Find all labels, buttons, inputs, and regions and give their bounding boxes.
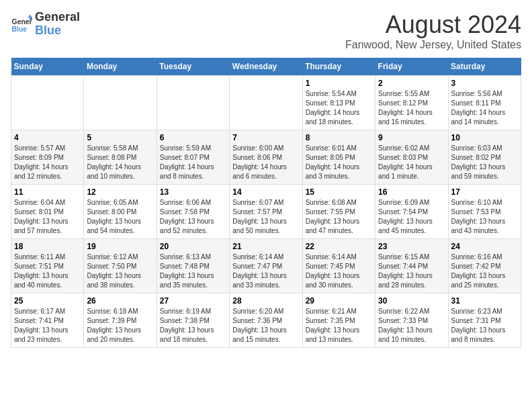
weekday-header-friday: Friday — [375, 58, 448, 76]
day-number: 8 — [306, 133, 372, 142]
day-number: 21 — [232, 242, 299, 251]
day-content: Sunrise: 6:02 AM Sunset: 8:03 PM Dayligh… — [378, 144, 445, 181]
day-content: Sunrise: 5:57 AM Sunset: 8:09 PM Dayligh… — [14, 144, 81, 181]
calendar-cell: 19Sunrise: 6:12 AM Sunset: 7:50 PM Dayli… — [84, 239, 157, 293]
day-number: 26 — [87, 296, 153, 306]
day-number: 2 — [378, 79, 445, 88]
day-number: 15 — [306, 187, 372, 197]
day-number: 11 — [14, 187, 81, 197]
calendar-cell: 2Sunrise: 5:55 AM Sunset: 8:12 PM Daylig… — [375, 76, 448, 130]
calendar-cell: 4Sunrise: 5:57 AM Sunset: 8:09 PM Daylig… — [11, 130, 84, 185]
day-content: Sunrise: 6:09 AM Sunset: 7:54 PM Dayligh… — [378, 198, 445, 236]
day-number: 6 — [160, 133, 226, 142]
day-content: Sunrise: 6:16 AM Sunset: 7:42 PM Dayligh… — [451, 253, 518, 290]
calendar-cell: 20Sunrise: 6:13 AM Sunset: 7:48 PM Dayli… — [157, 239, 229, 293]
svg-text:General: General — [12, 18, 32, 26]
day-number: 28 — [232, 296, 299, 306]
calendar-cell — [157, 76, 229, 130]
calendar-cell: 27Sunrise: 6:19 AM Sunset: 7:38 PM Dayli… — [157, 293, 229, 348]
calendar-cell: 9Sunrise: 6:02 AM Sunset: 8:03 PM Daylig… — [375, 130, 448, 185]
weekday-header-sunday: Sunday — [11, 58, 84, 76]
day-content: Sunrise: 6:23 AM Sunset: 7:31 PM Dayligh… — [451, 307, 518, 345]
day-content: Sunrise: 6:20 AM Sunset: 7:36 PM Dayligh… — [232, 307, 299, 345]
calendar-cell: 15Sunrise: 6:08 AM Sunset: 7:55 PM Dayli… — [302, 185, 375, 239]
calendar-subtitle: Fanwood, New Jersey, United States — [345, 39, 521, 51]
calendar-table: SundayMondayTuesdayWednesdayThursdayFrid… — [11, 58, 521, 348]
day-number: 3 — [451, 79, 518, 88]
calendar-cell: 28Sunrise: 6:20 AM Sunset: 7:36 PM Dayli… — [230, 293, 302, 348]
day-content: Sunrise: 6:04 AM Sunset: 8:01 PM Dayligh… — [14, 198, 81, 236]
day-number: 20 — [160, 242, 226, 251]
calendar-cell — [84, 76, 157, 130]
day-content: Sunrise: 6:14 AM Sunset: 7:45 PM Dayligh… — [306, 253, 372, 290]
day-content: Sunrise: 6:18 AM Sunset: 7:39 PM Dayligh… — [87, 307, 153, 345]
calendar-cell: 17Sunrise: 6:10 AM Sunset: 7:53 PM Dayli… — [448, 185, 521, 239]
calendar-week-3: 11Sunrise: 6:04 AM Sunset: 8:01 PM Dayli… — [11, 185, 521, 239]
calendar-body: 1Sunrise: 5:54 AM Sunset: 8:13 PM Daylig… — [11, 76, 521, 348]
calendar-cell: 13Sunrise: 6:06 AM Sunset: 7:58 PM Dayli… — [157, 185, 229, 239]
day-content: Sunrise: 5:54 AM Sunset: 8:13 PM Dayligh… — [306, 89, 372, 127]
day-content: Sunrise: 6:17 AM Sunset: 7:41 PM Dayligh… — [14, 307, 81, 345]
calendar-cell: 30Sunrise: 6:22 AM Sunset: 7:33 PM Dayli… — [375, 293, 448, 348]
day-number: 30 — [378, 296, 445, 306]
calendar-cell: 8Sunrise: 6:01 AM Sunset: 8:05 PM Daylig… — [302, 130, 375, 185]
day-number: 22 — [306, 242, 372, 251]
day-number: 1 — [306, 79, 372, 88]
day-content: Sunrise: 6:07 AM Sunset: 7:57 PM Dayligh… — [232, 198, 299, 236]
calendar-cell — [230, 76, 302, 130]
weekday-header-thursday: Thursday — [302, 58, 375, 76]
svg-text:Blue: Blue — [12, 26, 28, 33]
day-number: 19 — [87, 242, 153, 251]
day-number: 9 — [378, 133, 445, 142]
weekday-header-tuesday: Tuesday — [157, 58, 229, 76]
day-content: Sunrise: 6:13 AM Sunset: 7:48 PM Dayligh… — [160, 253, 226, 290]
day-number: 4 — [14, 133, 81, 142]
day-content: Sunrise: 5:56 AM Sunset: 8:11 PM Dayligh… — [451, 89, 518, 127]
day-number: 25 — [14, 296, 81, 306]
calendar-cell: 16Sunrise: 6:09 AM Sunset: 7:54 PM Dayli… — [375, 185, 448, 239]
calendar-cell: 11Sunrise: 6:04 AM Sunset: 8:01 PM Dayli… — [11, 185, 84, 239]
day-number: 17 — [451, 187, 518, 197]
day-number: 10 — [451, 133, 518, 142]
calendar-cell: 18Sunrise: 6:11 AM Sunset: 7:51 PM Dayli… — [11, 239, 84, 293]
calendar-cell: 22Sunrise: 6:14 AM Sunset: 7:45 PM Dayli… — [302, 239, 375, 293]
weekday-header-wednesday: Wednesday — [230, 58, 302, 76]
calendar-cell — [11, 76, 84, 130]
calendar-cell: 26Sunrise: 6:18 AM Sunset: 7:39 PM Dayli… — [84, 293, 157, 348]
day-content: Sunrise: 6:22 AM Sunset: 7:33 PM Dayligh… — [378, 307, 445, 345]
day-content: Sunrise: 6:21 AM Sunset: 7:35 PM Dayligh… — [306, 307, 372, 345]
calendar-cell: 10Sunrise: 6:03 AM Sunset: 8:02 PM Dayli… — [448, 130, 521, 185]
calendar-cell: 21Sunrise: 6:14 AM Sunset: 7:47 PM Dayli… — [230, 239, 302, 293]
calendar-header: SundayMondayTuesdayWednesdayThursdayFrid… — [11, 58, 521, 76]
calendar-cell: 24Sunrise: 6:16 AM Sunset: 7:42 PM Dayli… — [448, 239, 521, 293]
day-number: 29 — [306, 296, 372, 306]
logo: General Blue General Blue — [11, 11, 80, 38]
calendar-week-5: 25Sunrise: 6:17 AM Sunset: 7:41 PM Dayli… — [11, 293, 521, 348]
day-number: 14 — [232, 187, 299, 197]
day-content: Sunrise: 6:05 AM Sunset: 8:00 PM Dayligh… — [87, 198, 153, 236]
day-content: Sunrise: 6:10 AM Sunset: 7:53 PM Dayligh… — [451, 198, 518, 236]
day-number: 31 — [451, 296, 518, 306]
calendar-cell: 5Sunrise: 5:58 AM Sunset: 8:08 PM Daylig… — [84, 130, 157, 185]
calendar-cell: 23Sunrise: 6:15 AM Sunset: 7:44 PM Dayli… — [375, 239, 448, 293]
day-content: Sunrise: 6:19 AM Sunset: 7:38 PM Dayligh… — [160, 307, 226, 345]
day-content: Sunrise: 6:06 AM Sunset: 7:58 PM Dayligh… — [160, 198, 226, 236]
day-number: 23 — [378, 242, 445, 251]
day-content: Sunrise: 6:08 AM Sunset: 7:55 PM Dayligh… — [306, 198, 372, 236]
day-content: Sunrise: 6:11 AM Sunset: 7:51 PM Dayligh… — [14, 253, 81, 290]
calendar-cell: 1Sunrise: 5:54 AM Sunset: 8:13 PM Daylig… — [302, 76, 375, 130]
weekday-header-monday: Monday — [84, 58, 157, 76]
day-content: Sunrise: 6:00 AM Sunset: 8:06 PM Dayligh… — [232, 144, 299, 181]
weekday-header-row: SundayMondayTuesdayWednesdayThursdayFrid… — [11, 58, 521, 76]
calendar-cell: 29Sunrise: 6:21 AM Sunset: 7:35 PM Dayli… — [302, 293, 375, 348]
calendar-week-1: 1Sunrise: 5:54 AM Sunset: 8:13 PM Daylig… — [11, 76, 521, 130]
calendar-cell: 14Sunrise: 6:07 AM Sunset: 7:57 PM Dayli… — [230, 185, 302, 239]
day-number: 5 — [87, 133, 153, 142]
day-number: 13 — [160, 187, 226, 197]
calendar-cell: 12Sunrise: 6:05 AM Sunset: 8:00 PM Dayli… — [84, 185, 157, 239]
day-number: 27 — [160, 296, 226, 306]
logo-text: General Blue — [35, 11, 80, 38]
svg-marker-2 — [28, 14, 32, 17]
calendar-title: August 2024 — [345, 11, 521, 39]
day-number: 24 — [451, 242, 518, 251]
